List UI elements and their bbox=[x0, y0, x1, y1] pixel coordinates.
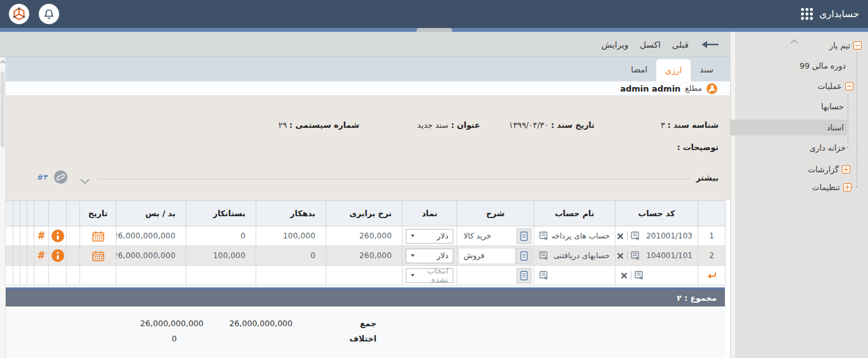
hash-cell: # bbox=[34, 246, 49, 266]
account-name-cell: حسابهای دریافتنی bbox=[534, 246, 616, 266]
calendar-icon[interactable] bbox=[80, 231, 116, 242]
empty-cell bbox=[34, 266, 49, 286]
creditor-cell[interactable] bbox=[186, 266, 256, 286]
username: admin admin bbox=[620, 84, 680, 93]
note-icon[interactable] bbox=[516, 268, 532, 284]
link-icon[interactable] bbox=[54, 170, 67, 184]
user-role-label: مطلع bbox=[685, 84, 702, 93]
rate-cell[interactable]: 260,000 bbox=[326, 246, 403, 266]
symbol-dropdown[interactable]: دلار bbox=[406, 229, 453, 244]
expand-icon[interactable] bbox=[842, 165, 850, 174]
caret-down-icon bbox=[411, 254, 415, 257]
collapse-icon[interactable] bbox=[845, 82, 853, 90]
header-empty bbox=[67, 201, 80, 226]
tab-document[interactable]: سند bbox=[691, 57, 722, 81]
document-form: شناسه سند : ۳ تاریخ سند : ۱۳۹۹/۰۴/۳۰ عنو… bbox=[5, 96, 730, 200]
notifications-button[interactable] bbox=[39, 4, 59, 24]
empty-cell bbox=[20, 266, 27, 286]
vertical-scrollbar[interactable] bbox=[0, 57, 6, 358]
header-empty bbox=[13, 201, 20, 226]
symbol-dropdown[interactable]: دلار bbox=[406, 249, 453, 263]
calendar-icon[interactable] bbox=[80, 251, 116, 261]
field-document-date: تاریخ سند : ۱۳۹۹/۰۴/۳۰ bbox=[509, 120, 595, 130]
note-icon[interactable] bbox=[516, 248, 532, 264]
pick-from-list-icon[interactable] bbox=[539, 231, 549, 240]
pick-from-list-icon[interactable] bbox=[635, 271, 644, 280]
sidebar-item-operations[interactable]: عملیات bbox=[730, 78, 868, 94]
empty-cell bbox=[49, 266, 67, 286]
account-name-value[interactable]: حسابهای دریافتنی bbox=[552, 251, 610, 260]
date-cell bbox=[80, 246, 116, 266]
empty-cell bbox=[27, 266, 34, 286]
tab-signature[interactable]: امضا bbox=[622, 57, 656, 81]
expand-icon[interactable] bbox=[843, 183, 851, 191]
pick-from-list-icon[interactable] bbox=[631, 251, 640, 260]
account-code-cell: 201001/103 bbox=[616, 226, 698, 246]
empty-cell bbox=[67, 226, 80, 246]
sidebar-item-reports[interactable]: گزارشات bbox=[730, 162, 868, 177]
debtor-cell[interactable]: 100,000 bbox=[256, 226, 326, 246]
more-toggle[interactable]: بیشتر bbox=[696, 173, 719, 182]
back-arrow-icon[interactable] bbox=[700, 40, 719, 49]
clear-icon[interactable] bbox=[621, 272, 628, 279]
sidebar-item-documents[interactable]: اسناد bbox=[730, 120, 868, 135]
previous-button[interactable]: قبلی bbox=[672, 39, 689, 50]
field-document-id: شناسه سند : ۳ bbox=[661, 120, 719, 130]
sidebar-item-fiscal-period[interactable]: دوره مالی 99 bbox=[730, 58, 868, 74]
tab-currency[interactable]: ارزی bbox=[656, 59, 691, 81]
excel-button[interactable]: اکسل bbox=[640, 39, 660, 50]
row-count-badge[interactable]: #۳ bbox=[37, 172, 48, 182]
debtor-cell[interactable] bbox=[256, 266, 326, 286]
rate-cell[interactable]: 260,000 bbox=[326, 226, 403, 246]
scrollbar-thumb[interactable] bbox=[1, 71, 4, 148]
clear-icon[interactable] bbox=[617, 252, 624, 259]
info-icon[interactable] bbox=[52, 249, 64, 262]
total-label: مجموع : ۲ bbox=[677, 293, 717, 303]
account-code-cell: 104001/101 bbox=[616, 246, 698, 266]
header-description: شرح bbox=[457, 201, 534, 226]
chevron-down-icon[interactable] bbox=[80, 175, 90, 187]
pick-from-list-icon[interactable] bbox=[539, 251, 549, 260]
main-content: قبلی اکسل ویرایش سند ارزی امضا مطلع admi… bbox=[0, 32, 730, 358]
hash-cell: # bbox=[34, 226, 49, 246]
account-name-value[interactable]: حساب های پرداخت bbox=[552, 231, 610, 240]
total-bar: مجموع : ۲ bbox=[5, 289, 725, 306]
hash-icon[interactable]: # bbox=[38, 230, 46, 242]
sidebar-item-settings[interactable]: تنظیمات bbox=[730, 179, 868, 195]
empty-cell bbox=[6, 246, 13, 266]
caret-down-icon bbox=[411, 235, 415, 237]
symbol-dropdown[interactable]: انتخاب نشده bbox=[406, 268, 453, 283]
header-rate: نرخ برابری bbox=[326, 201, 403, 226]
pick-from-list-icon[interactable] bbox=[539, 271, 549, 280]
bell-icon bbox=[43, 8, 55, 20]
account-code-value[interactable]: 104001/101 bbox=[644, 251, 692, 260]
sidebar-item-accounts[interactable]: حسابها bbox=[730, 99, 868, 114]
account-name-cell: حساب های پرداخت bbox=[534, 226, 616, 246]
clear-icon[interactable] bbox=[617, 233, 624, 240]
pick-from-list-icon[interactable] bbox=[631, 231, 640, 240]
account-code-cell bbox=[616, 266, 698, 286]
apps-grid-icon[interactable] bbox=[800, 7, 814, 21]
header-empty bbox=[20, 201, 27, 226]
header-row-number bbox=[698, 201, 726, 226]
info-icon[interactable] bbox=[52, 230, 64, 242]
header-date: تاریخ bbox=[80, 201, 116, 226]
description-input[interactable]: فروش bbox=[459, 249, 514, 263]
account-code-value[interactable]: 201001/103 bbox=[644, 231, 692, 240]
creditor-cell[interactable]: 0 bbox=[186, 226, 256, 246]
app-logo-icon[interactable] bbox=[9, 4, 29, 24]
sidebar-item-treasury[interactable]: خزانه داری bbox=[730, 140, 868, 156]
creditor-cell[interactable]: 100,000 bbox=[186, 246, 256, 266]
empty-cell bbox=[67, 266, 80, 286]
symbol-cell: دلار bbox=[403, 246, 457, 266]
rate-cell[interactable] bbox=[326, 266, 403, 286]
edit-button[interactable]: ویرایش bbox=[602, 39, 628, 50]
description-input[interactable] bbox=[459, 268, 514, 283]
debtor-cell[interactable]: 0 bbox=[256, 246, 326, 266]
sidebar-item-timyar[interactable]: تیم یار bbox=[730, 38, 868, 53]
note-icon[interactable] bbox=[516, 228, 532, 244]
hash-icon[interactable]: # bbox=[38, 250, 46, 261]
enter-icon[interactable] bbox=[698, 272, 725, 280]
description-input[interactable]: خرید کالا bbox=[459, 229, 514, 244]
collapse-icon[interactable] bbox=[853, 41, 862, 50]
